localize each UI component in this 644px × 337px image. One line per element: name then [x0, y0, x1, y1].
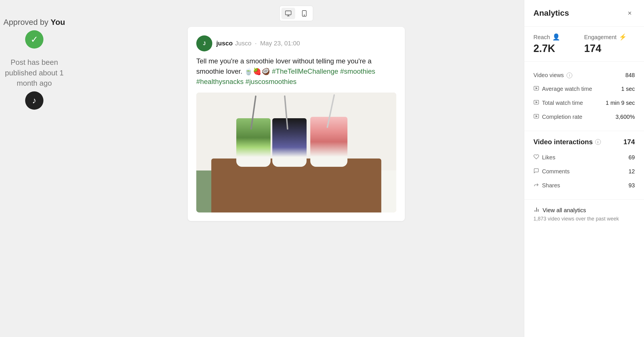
likes-row: Likes 69 [533, 151, 635, 165]
post-card: J jusco Jusco · May 23, 01:00 Tell me yo… [188, 27, 405, 221]
approval-block: Approved by You ✓ [3, 17, 65, 49]
shares-row: Shares 93 [533, 178, 635, 192]
post-text: Tell me you're a smoothie lover without … [196, 56, 396, 87]
video-views-label: Video views i [533, 72, 572, 79]
svg-marker-10 [536, 116, 537, 117]
glass-green [236, 118, 271, 167]
interactions-info-icon: i [595, 139, 601, 145]
engagement-value: 174 [584, 43, 635, 55]
avg-watch-value: 1 sec [621, 86, 635, 92]
comments-row: Comments 12 [533, 165, 635, 178]
total-watch-value: 1 min 9 sec [606, 100, 635, 106]
view-all-section: View all analytics 1,873 video views ove… [524, 200, 644, 229]
mobile-button[interactable] [297, 8, 311, 19]
post-username-handle: Jusco · May 23, 01:00 [235, 40, 300, 47]
completion-value: 3,600% [615, 114, 635, 120]
svg-point-2 [304, 15, 305, 15]
shares-label: Shares [533, 182, 560, 189]
comments-label: Comments [533, 168, 570, 175]
view-all-link[interactable]: View all analytics [533, 206, 635, 214]
left-panel: Approved by You ✓ Post has been publishe… [0, 0, 69, 337]
approved-label: Approved by You [3, 17, 65, 27]
avg-watch-row: Average watch time 1 sec [533, 82, 635, 96]
analytics-panel: Analytics × Reach 👤 2.7K Engagement ⚡ 17… [524, 0, 644, 337]
glass-purple [272, 118, 307, 167]
interactions-section: Video interactions i 174 Likes 69 Commen… [524, 131, 644, 200]
svg-rect-0 [285, 11, 291, 15]
video-icon-1 [533, 85, 539, 93]
bolt-icon: ⚡ [619, 33, 627, 41]
reach-label: Reach 👤 [533, 33, 584, 41]
svg-marker-8 [536, 102, 537, 103]
close-button[interactable]: × [625, 8, 635, 18]
reach-value: 2.7K [533, 43, 584, 55]
svg-text:J: J [203, 41, 205, 46]
shares-value: 93 [629, 182, 635, 189]
person-icon: 👤 [552, 33, 560, 41]
published-block: Post has been published about 1 month ag… [0, 57, 69, 109]
avatar: J [196, 35, 212, 51]
completion-label: Completion rate [533, 113, 582, 121]
likes-label: Likes [533, 154, 555, 161]
engagement-block: Engagement ⚡ 174 [584, 33, 635, 55]
video-views-section: Video views i 848 Average watch time 1 s… [524, 62, 644, 131]
interactions-title: Video interactions i [533, 138, 601, 146]
engagement-label: Engagement ⚡ [584, 33, 635, 41]
video-views-value: 848 [625, 72, 635, 79]
check-icon: ✓ [25, 30, 43, 49]
device-toggle [279, 6, 313, 21]
interactions-header: Video interactions i 174 [533, 138, 635, 146]
reach-block: Reach 👤 2.7K [533, 33, 584, 55]
completion-row: Completion rate 3,600% [533, 110, 635, 124]
interactions-count: 174 [623, 138, 635, 146]
analytics-header: Analytics × [524, 0, 644, 27]
share-icon [533, 182, 539, 189]
post-image [196, 93, 396, 212]
username-row: jusco Jusco · May 23, 01:00 [216, 40, 300, 47]
video-icon-3 [533, 113, 539, 121]
likes-value: 69 [629, 154, 635, 161]
avg-watch-label: Average watch time [533, 85, 592, 93]
view-all-subtitle: 1,873 video views over the past week [533, 216, 635, 222]
comment-icon [533, 168, 539, 175]
post-meta: jusco Jusco · May 23, 01:00 [216, 40, 300, 47]
total-watch-label: Total watch time [533, 99, 583, 107]
tiktok-icon: ♪ [25, 91, 43, 110]
post-username-name: jusco [216, 40, 233, 47]
approved-by: You [51, 18, 65, 27]
video-icon-2 [533, 99, 539, 107]
analytics-title: Analytics [533, 9, 569, 18]
post-date: May 23, 01:00 [260, 40, 300, 47]
smoothie-scene [196, 93, 396, 212]
total-watch-row: Total watch time 1 min 9 sec [533, 96, 635, 110]
heart-icon [533, 154, 539, 161]
bar-chart-icon [533, 206, 540, 214]
post-header: J jusco Jusco · May 23, 01:00 [196, 35, 396, 51]
main-content: J jusco Jusco · May 23, 01:00 Tell me yo… [69, 0, 524, 337]
comments-value: 12 [629, 168, 635, 175]
glass-pink [310, 117, 347, 167]
reach-engagement-row: Reach 👤 2.7K Engagement ⚡ 174 [524, 27, 644, 62]
video-views-row: Video views i 848 [533, 69, 635, 82]
published-label: Post has been published about 1 month ag… [0, 57, 69, 88]
svg-marker-6 [536, 88, 537, 89]
desktop-button[interactable] [281, 8, 295, 19]
info-icon: i [567, 73, 572, 78]
